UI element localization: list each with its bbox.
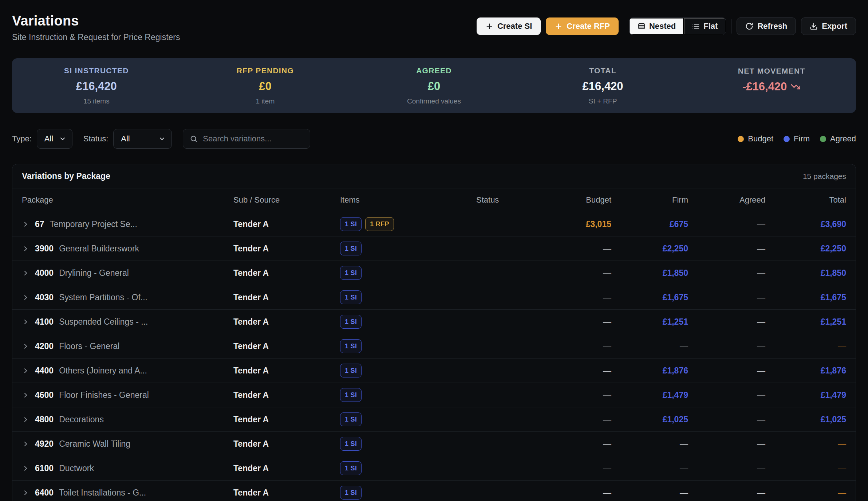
export-button[interactable]: Export [801, 17, 856, 35]
filter-row: Type: All Status: All Budget Firm Agreed [12, 129, 856, 149]
chevron-right-icon[interactable] [22, 269, 29, 277]
agreed-dot-icon [820, 136, 826, 142]
package-name: Floors - General [59, 341, 119, 351]
chevron-right-icon[interactable] [22, 391, 29, 399]
budget-cell: — [544, 293, 611, 302]
create-si-button[interactable]: Create SI [477, 17, 541, 35]
card-title: Variations by Package [22, 171, 110, 181]
firm-cell: £1,850 [611, 268, 688, 278]
total-cell: — [765, 341, 846, 351]
agreed-cell: — [688, 415, 765, 424]
package-code: 6400 [35, 488, 54, 498]
budget-cell: — [544, 390, 611, 400]
stat-rfp-pending: RFP PENDING £0 1 item [181, 66, 350, 105]
chevron-right-icon[interactable] [22, 465, 29, 472]
package-cell: 6400 Toilet Installations - G... [22, 488, 233, 498]
search-input[interactable] [203, 134, 308, 144]
plus-icon [555, 22, 563, 30]
table-row[interactable]: 4000 Drylining - General Tender A 1 SI —… [12, 261, 856, 285]
rfp-count-badge: 1 RFP [365, 217, 394, 231]
sub-source-cell: Tender A [233, 439, 340, 449]
package-name: General Builderswork [59, 244, 139, 254]
type-select[interactable]: All [37, 129, 72, 149]
column-header-status: Status [471, 195, 544, 205]
items-cell: 1 SI [340, 266, 471, 280]
package-code: 4800 [35, 415, 54, 424]
refresh-icon [745, 22, 753, 30]
status-select[interactable]: All [113, 129, 172, 149]
package-count: 15 packages [803, 172, 846, 181]
stat-sub: Confirmed values [350, 97, 518, 105]
package-code: 4920 [35, 439, 54, 449]
total-cell: £1,850 [765, 268, 846, 278]
agreed-cell: — [688, 219, 765, 229]
table-row[interactable]: 4100 Suspended Ceilings - ... Tender A 1… [12, 309, 856, 334]
items-cell: 1 SI [340, 486, 471, 500]
chevron-right-icon[interactable] [22, 318, 29, 326]
package-code: 67 [35, 219, 44, 229]
chevron-right-icon[interactable] [22, 416, 29, 423]
budget-cell: — [544, 463, 611, 473]
si-count-badge: 1 SI [340, 412, 362, 426]
flat-view-toggle[interactable]: Flat [684, 18, 726, 35]
chevron-right-icon[interactable] [22, 343, 29, 350]
chevron-right-icon[interactable] [22, 489, 29, 497]
table-row[interactable]: 4200 Floors - General Tender A 1 SI — — … [12, 334, 856, 358]
column-header-total: Total [765, 195, 846, 205]
package-code: 4000 [35, 268, 54, 278]
stat-label: TOTAL [518, 66, 687, 75]
table-row[interactable]: 4920 Ceramic Wall Tiling Tender A 1 SI —… [12, 431, 856, 456]
legend: Budget Firm Agreed [738, 134, 856, 144]
package-code: 4100 [35, 317, 54, 327]
budget-cell: £3,015 [544, 219, 611, 229]
sub-source-cell: Tender A [233, 317, 340, 327]
create-si-label: Create SI [497, 21, 532, 31]
package-name: Ceramic Wall Tiling [59, 439, 130, 449]
sub-source-cell: Tender A [233, 488, 340, 498]
stat-sub [687, 98, 856, 105]
view-toggle-group: Nested Flat [629, 17, 726, 35]
column-header-agreed: Agreed [688, 195, 765, 205]
table-row[interactable]: 4600 Floor Finishes - General Tender A 1… [12, 383, 856, 407]
stat-value: £16,420 [518, 80, 687, 93]
page-header: Variations Site Instruction & Request fo… [0, 0, 868, 42]
column-header-firm: Firm [611, 195, 688, 205]
table-row[interactable]: 6400 Toilet Installations - G... Tender … [12, 480, 856, 501]
package-cell: 4200 Floors - General [22, 341, 233, 351]
package-name: Drylining - General [59, 268, 129, 278]
total-cell: £1,479 [765, 390, 846, 400]
legend-item-agreed: Agreed [820, 134, 856, 144]
variations-table-card: Variations by Package 15 packages Packag… [12, 164, 856, 501]
sub-source-cell: Tender A [233, 219, 340, 229]
legend-label: Agreed [830, 134, 856, 144]
table-body: 67 Temporary Project Se... Tender A 1 SI… [12, 212, 856, 501]
refresh-button[interactable]: Refresh [737, 17, 796, 35]
package-name: System Partitions - Of... [59, 293, 147, 302]
table-row[interactable]: 4800 Decorations Tender A 1 SI — £1,025 … [12, 407, 856, 431]
table-row[interactable]: 67 Temporary Project Se... Tender A 1 SI… [12, 212, 856, 236]
chevron-right-icon[interactable] [22, 440, 29, 448]
firm-cell: £1,251 [611, 317, 688, 327]
chevron-down-icon [59, 135, 66, 142]
table-row[interactable]: 6100 Ductwork Tender A 1 SI — — — — [12, 456, 856, 480]
table-row[interactable]: 3900 General Builderswork Tender A 1 SI … [12, 236, 856, 261]
budget-cell: — [544, 268, 611, 278]
items-cell: 1 SI [340, 461, 471, 475]
table-row[interactable]: 4400 Others (Joinery and A... Tender A 1… [12, 358, 856, 383]
chevron-right-icon[interactable] [22, 220, 29, 228]
toolbar-divider [731, 19, 731, 34]
stat-agreed: AGREED £0 Confirmed values [350, 66, 518, 105]
nested-view-toggle[interactable]: Nested [630, 18, 684, 35]
toolbar: Create SI Create RFP Nested Flat [477, 17, 856, 35]
create-rfp-button[interactable]: Create RFP [546, 17, 619, 35]
table-row[interactable]: 4030 System Partitions - Of... Tender A … [12, 285, 856, 309]
status-select-value: All [121, 134, 130, 144]
agreed-cell: — [688, 317, 765, 327]
si-count-badge: 1 SI [340, 266, 362, 280]
chevron-right-icon[interactable] [22, 294, 29, 301]
package-name: Toilet Installations - G... [59, 488, 146, 498]
legend-item-budget: Budget [738, 134, 773, 144]
chevron-right-icon[interactable] [22, 367, 29, 375]
si-count-badge: 1 SI [340, 290, 362, 304]
chevron-right-icon[interactable] [22, 245, 29, 253]
